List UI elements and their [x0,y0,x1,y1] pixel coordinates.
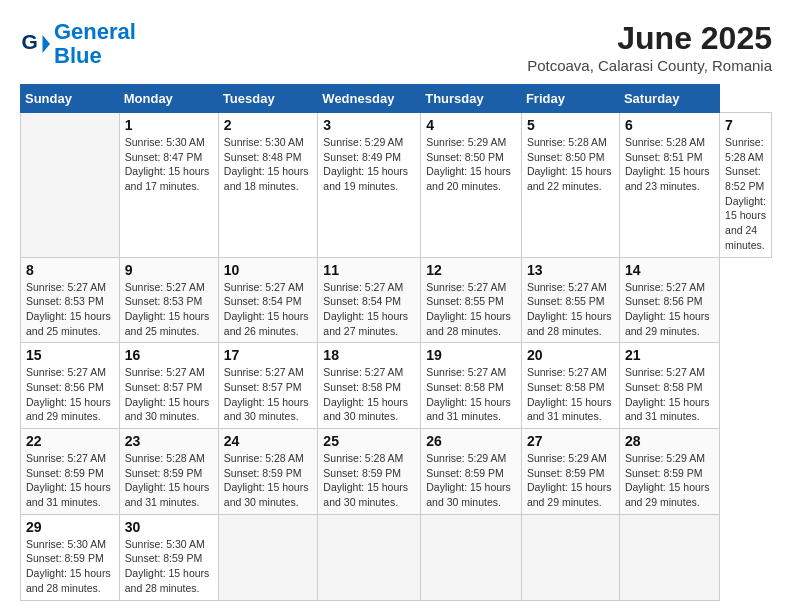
day-info: Sunrise: 5:27 AM Sunset: 8:56 PM Dayligh… [625,280,714,339]
sunset: Sunset: 8:47 PM [125,151,203,163]
day-number: 1 [125,117,213,133]
sunrise: Sunrise: 5:27 AM [26,281,106,293]
weekday-header-sunday: Sunday [21,85,120,113]
daylight: Daylight: 15 hours and 29 minutes. [527,481,612,508]
day-info: Sunrise: 5:27 AM Sunset: 8:55 PM Dayligh… [527,280,614,339]
day-number: 21 [625,347,714,363]
calendar-table: SundayMondayTuesdayWednesdayThursdayFrid… [20,84,772,601]
sunset: Sunset: 8:54 PM [224,295,302,307]
sunset: Sunset: 8:51 PM [625,151,703,163]
day-info: Sunrise: 5:27 AM Sunset: 8:57 PM Dayligh… [224,365,313,424]
calendar-cell: 16 Sunrise: 5:27 AM Sunset: 8:57 PM Dayl… [119,343,218,429]
day-info: Sunrise: 5:27 AM Sunset: 8:54 PM Dayligh… [323,280,415,339]
day-info: Sunrise: 5:27 AM Sunset: 8:56 PM Dayligh… [26,365,114,424]
calendar-cell [619,514,719,600]
daylight: Daylight: 15 hours and 27 minutes. [323,310,408,337]
sunset: Sunset: 8:57 PM [125,381,203,393]
sunrise: Sunrise: 5:30 AM [125,538,205,550]
sunset: Sunset: 8:50 PM [426,151,504,163]
sunset: Sunset: 8:48 PM [224,151,302,163]
day-number: 27 [527,433,614,449]
daylight: Daylight: 15 hours and 22 minutes. [527,165,612,192]
day-info: Sunrise: 5:29 AM Sunset: 8:49 PM Dayligh… [323,135,415,194]
sunrise: Sunrise: 5:27 AM [224,281,304,293]
logo-text: General Blue [54,20,136,68]
daylight: Daylight: 15 hours and 31 minutes. [527,396,612,423]
sunrise: Sunrise: 5:27 AM [625,281,705,293]
day-info: Sunrise: 5:27 AM Sunset: 8:57 PM Dayligh… [125,365,213,424]
sunset: Sunset: 8:54 PM [323,295,401,307]
sunrise: Sunrise: 5:27 AM [426,366,506,378]
day-number: 19 [426,347,516,363]
daylight: Daylight: 15 hours and 28 minutes. [26,567,111,594]
calendar-cell: 27 Sunrise: 5:29 AM Sunset: 8:59 PM Dayl… [521,429,619,515]
sunset: Sunset: 8:55 PM [527,295,605,307]
day-info: Sunrise: 5:30 AM Sunset: 8:47 PM Dayligh… [125,135,213,194]
daylight: Daylight: 15 hours and 18 minutes. [224,165,309,192]
day-number: 17 [224,347,313,363]
day-number: 3 [323,117,415,133]
month-title: June 2025 [527,20,772,57]
sunset: Sunset: 8:53 PM [26,295,104,307]
calendar-cell [218,514,318,600]
sunrise: Sunrise: 5:29 AM [426,452,506,464]
day-number: 18 [323,347,415,363]
sunrise: Sunrise: 5:27 AM [125,281,205,293]
sunrise: Sunrise: 5:27 AM [125,366,205,378]
sunrise: Sunrise: 5:28 AM [323,452,403,464]
day-info: Sunrise: 5:29 AM Sunset: 8:59 PM Dayligh… [527,451,614,510]
daylight: Daylight: 15 hours and 25 minutes. [26,310,111,337]
week-row-1: 1 Sunrise: 5:30 AM Sunset: 8:47 PM Dayli… [21,113,772,258]
sunrise: Sunrise: 5:30 AM [224,136,304,148]
logo-line1: General [54,19,136,44]
calendar-cell: 25 Sunrise: 5:28 AM Sunset: 8:59 PM Dayl… [318,429,421,515]
week-row-4: 22 Sunrise: 5:27 AM Sunset: 8:59 PM Dayl… [21,429,772,515]
daylight: Daylight: 15 hours and 19 minutes. [323,165,408,192]
sunset: Sunset: 8:52 PM [725,165,764,192]
logo-icon: G [20,29,50,59]
sunrise: Sunrise: 5:27 AM [527,281,607,293]
day-number: 22 [26,433,114,449]
day-number: 26 [426,433,516,449]
sunrise: Sunrise: 5:28 AM [224,452,304,464]
weekday-header-row: SundayMondayTuesdayWednesdayThursdayFrid… [21,85,772,113]
day-info: Sunrise: 5:27 AM Sunset: 8:58 PM Dayligh… [426,365,516,424]
sunset: Sunset: 8:59 PM [125,467,203,479]
sunrise: Sunrise: 5:27 AM [26,366,106,378]
calendar-cell: 30 Sunrise: 5:30 AM Sunset: 8:59 PM Dayl… [119,514,218,600]
sunrise: Sunrise: 5:29 AM [426,136,506,148]
calendar-cell: 23 Sunrise: 5:28 AM Sunset: 8:59 PM Dayl… [119,429,218,515]
daylight: Daylight: 15 hours and 31 minutes. [625,396,710,423]
day-info: Sunrise: 5:30 AM Sunset: 8:59 PM Dayligh… [125,537,213,596]
weekday-header-tuesday: Tuesday [218,85,318,113]
day-info: Sunrise: 5:27 AM Sunset: 8:58 PM Dayligh… [625,365,714,424]
weekday-header-monday: Monday [119,85,218,113]
daylight: Daylight: 15 hours and 31 minutes. [26,481,111,508]
day-number: 4 [426,117,516,133]
calendar-cell: 17 Sunrise: 5:27 AM Sunset: 8:57 PM Dayl… [218,343,318,429]
day-number: 8 [26,262,114,278]
svg-marker-1 [43,35,51,53]
calendar-cell: 24 Sunrise: 5:28 AM Sunset: 8:59 PM Dayl… [218,429,318,515]
sunrise: Sunrise: 5:28 AM [527,136,607,148]
daylight: Daylight: 15 hours and 29 minutes. [625,310,710,337]
calendar-cell: 26 Sunrise: 5:29 AM Sunset: 8:59 PM Dayl… [421,429,522,515]
day-number: 16 [125,347,213,363]
day-info: Sunrise: 5:27 AM Sunset: 8:53 PM Dayligh… [26,280,114,339]
day-info: Sunrise: 5:29 AM Sunset: 8:59 PM Dayligh… [625,451,714,510]
sunset: Sunset: 8:50 PM [527,151,605,163]
day-info: Sunrise: 5:28 AM Sunset: 8:59 PM Dayligh… [224,451,313,510]
title-block: June 2025 Potcoava, Calarasi County, Rom… [527,20,772,74]
sunset: Sunset: 8:49 PM [323,151,401,163]
daylight: Daylight: 15 hours and 23 minutes. [625,165,710,192]
daylight: Daylight: 15 hours and 30 minutes. [323,396,408,423]
day-info: Sunrise: 5:30 AM Sunset: 8:48 PM Dayligh… [224,135,313,194]
week-row-5: 29 Sunrise: 5:30 AM Sunset: 8:59 PM Dayl… [21,514,772,600]
sunset: Sunset: 8:59 PM [26,467,104,479]
sunset: Sunset: 8:57 PM [224,381,302,393]
daylight: Daylight: 15 hours and 28 minutes. [426,310,511,337]
daylight: Daylight: 15 hours and 28 minutes. [125,567,210,594]
sunset: Sunset: 8:58 PM [323,381,401,393]
day-number: 2 [224,117,313,133]
daylight: Daylight: 15 hours and 29 minutes. [625,481,710,508]
